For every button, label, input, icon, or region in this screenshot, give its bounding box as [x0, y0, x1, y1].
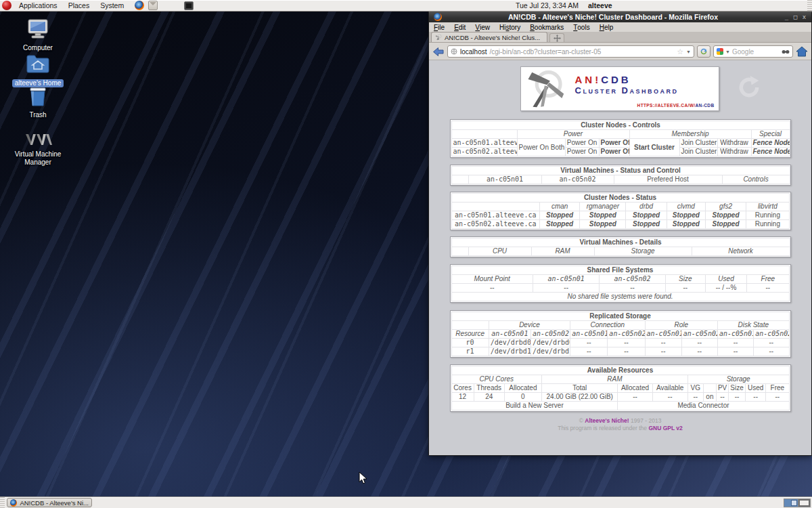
back-button[interactable] [432, 47, 445, 57]
node-status-table: Cluster Nodes - Statuscmanrgmanagerdrbdc… [450, 192, 791, 230]
shared-filesystems-table: Shared File SystemsMount Pointan-c05n01a… [450, 264, 791, 303]
table-cell: Used [746, 384, 766, 393]
table-cell: -- [533, 284, 599, 293]
desktop-icon-label: Virtual Machine Manager [7, 150, 69, 166]
panel-menu-system[interactable]: System [95, 0, 129, 11]
firefox-icon [10, 499, 17, 507]
build-new-server-button[interactable]: Build a New Server [451, 402, 618, 410]
search-box[interactable]: ▼ [713, 45, 793, 58]
refresh-dashboard-button[interactable] [737, 75, 761, 100]
table-cell: Allocated [504, 384, 541, 393]
table-cell: -- [570, 347, 608, 356]
close-button[interactable]: x [800, 14, 809, 20]
workspace-2[interactable] [798, 499, 810, 507]
window-title: AN!CDB - Alteeve's Niche! Cluster Dashbo… [444, 13, 782, 21]
workspace-1[interactable] [784, 499, 798, 507]
window-titlebar[interactable]: AN!CDB - Alteeve's Niche! Cluster Dashbo… [429, 11, 811, 22]
search-dropdown-icon[interactable]: ▼ [725, 49, 730, 54]
table-cell: -- [716, 393, 728, 402]
task-button-label: AN!CDB - Alteeve's Ni... [20, 499, 89, 507]
table-cell: Stopped [540, 220, 580, 229]
terminal-tray-icon[interactable] [184, 1, 194, 10]
table-cell: Storage [594, 247, 692, 256]
power-off-button[interactable]: Power Off [599, 148, 629, 156]
panel-user[interactable]: alteeve [588, 1, 612, 9]
table-cell: drbd [626, 203, 667, 211]
url-dropdown-icon[interactable]: ▼ [686, 49, 691, 54]
table-cell: an-c05n02 [531, 330, 570, 339]
maximize-button[interactable]: □ [791, 14, 800, 20]
table-cell: 0 [504, 393, 541, 402]
vm-status-table: Virtual Machines - Status and Controlan-… [450, 165, 791, 186]
mouse-cursor [359, 471, 368, 485]
power-off-button[interactable]: Power Off [599, 139, 629, 148]
table-cell [451, 130, 517, 139]
desktop-icon-trash[interactable]: Trash [7, 87, 69, 119]
table-cell [451, 203, 540, 211]
logo-subtitle: Cluster Dashboard [575, 85, 679, 96]
distro-logo-icon[interactable] [2, 1, 12, 10]
table-cell: on [703, 393, 716, 402]
panel-menu-places[interactable]: Places [63, 0, 95, 11]
panel-grip[interactable] [807, 0, 812, 11]
desktop-icon-computer[interactable]: Computer [7, 19, 69, 52]
fence-node-button[interactable]: Fence Node [751, 148, 790, 156]
table-cell: an-c05n01 [570, 330, 608, 339]
active-tab[interactable]: AN!CDB - Alteeve's Niche! Clus... [431, 32, 547, 42]
table-cell: CPU Cores [451, 375, 542, 384]
footer-brand-link[interactable]: Alteeve's Niche! [585, 417, 629, 424]
bookmark-star-icon[interactable]: ☆ [677, 47, 683, 56]
new-tab-button[interactable] [549, 33, 564, 42]
table-cell: an-c05n02.alteeve.ca [451, 148, 517, 156]
menu-bookmarks[interactable]: Bookmarks [525, 22, 568, 32]
menu-edit[interactable]: Edit [449, 22, 470, 32]
vm-details-table: Virtual Machines - DetailsCPURAMStorageN… [450, 236, 791, 257]
table-cell: Available [652, 384, 687, 393]
table-cell: Stopped [626, 211, 667, 220]
power-on-both-button[interactable]: Power On Both [517, 139, 565, 156]
reload-icon [700, 47, 708, 56]
withdraw-button[interactable]: Withdraw [717, 139, 751, 148]
reload-button[interactable] [697, 45, 710, 58]
menu-history[interactable]: History [495, 22, 525, 32]
withdraw-button[interactable]: Withdraw [717, 148, 751, 156]
menu-file[interactable]: File [429, 22, 449, 32]
power-on-button[interactable]: Power On [565, 139, 599, 148]
table-cell: Device [489, 321, 570, 330]
join-cluster-button[interactable]: Join Cluster [679, 148, 717, 156]
menu-view[interactable]: View [470, 22, 495, 32]
url-field[interactable]: localhost /cgi-bin/an-cdb?cluster=an-clu… [447, 45, 694, 58]
home-button[interactable] [796, 46, 808, 57]
start-cluster-button[interactable]: Start Cluster [629, 139, 679, 156]
panel-clock[interactable]: Tue Jul 23, 3:34 AM [516, 1, 579, 9]
table-cell: -- [687, 393, 703, 402]
email-launcher-icon[interactable] [148, 1, 158, 10]
desktop-icon-vmm[interactable]: Virtual Machine Manager [7, 133, 69, 166]
table-cell: an-c05n01 [533, 275, 599, 284]
table-cell: /dev/drbd0 [489, 339, 531, 347]
table-cell: Mount Point [451, 275, 533, 284]
footer-license-link[interactable]: GNU GPL v2 [648, 425, 682, 431]
firefox-launcher-icon[interactable] [135, 1, 144, 10]
table-cell: Power [517, 130, 629, 139]
table-cell: Role [645, 321, 717, 330]
search-engine-icon[interactable] [717, 48, 723, 55]
taskbar-grip[interactable] [0, 497, 5, 508]
media-connector-button[interactable]: Media Connector [618, 402, 789, 410]
desktop-icon-home[interactable]: alteeve's Home [7, 54, 69, 88]
table-cell: Virtual Machines - Details [451, 238, 790, 247]
top-panel: ApplicationsPlacesSystem Tue Jul 23, 3:3… [0, 0, 812, 12]
table-cell: rgmanager [580, 203, 626, 211]
table-cell: -- [717, 339, 753, 347]
search-input[interactable] [732, 48, 780, 56]
table-cell: gfs2 [705, 203, 746, 211]
power-on-button[interactable]: Power On [565, 148, 599, 156]
panel-menu-applications[interactable]: Applications [14, 0, 63, 11]
minimize-button[interactable]: _ [782, 14, 791, 20]
join-cluster-button[interactable]: Join Cluster [679, 139, 717, 148]
menu-tools[interactable]: Tools [568, 22, 594, 32]
task-button[interactable]: AN!CDB - Alteeve's Ni... [7, 498, 92, 507]
fence-node-button[interactable]: Fence Node [751, 139, 790, 148]
table-cell: -- [608, 339, 645, 347]
menu-help[interactable]: Help [595, 22, 618, 32]
